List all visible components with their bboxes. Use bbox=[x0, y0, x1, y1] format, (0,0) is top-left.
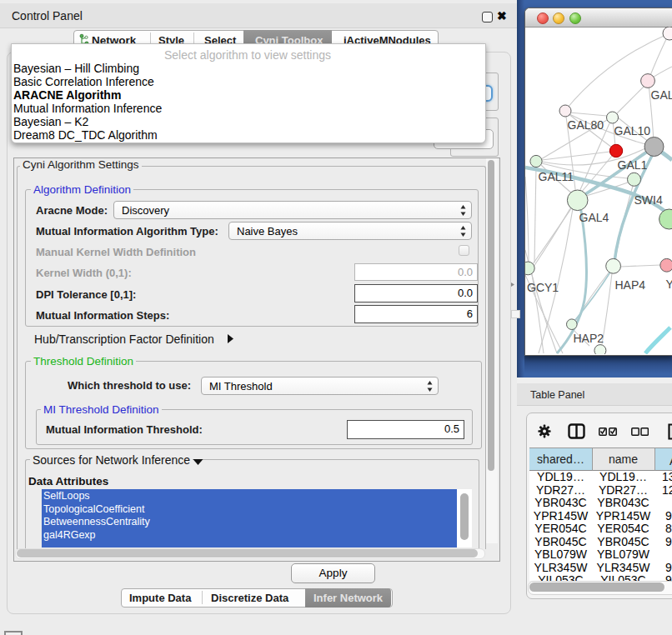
svg-text:GAL4: GAL4 bbox=[579, 211, 609, 224]
svg-text:HAP4: HAP4 bbox=[615, 278, 646, 292]
svg-text:SWI4: SWI4 bbox=[634, 193, 663, 207]
svg-text:HAP2: HAP2 bbox=[574, 332, 604, 345]
svg-text:GAL80: GAL80 bbox=[568, 118, 604, 132]
svg-text:GAL1: GAL1 bbox=[618, 158, 648, 172]
svg-text:GAL11: GAL11 bbox=[539, 170, 574, 183]
svg-text:GCY1: GCY1 bbox=[527, 281, 559, 294]
svg-text:GAL7: GAL7 bbox=[651, 88, 672, 102]
svg-text:Y: Y bbox=[666, 278, 672, 291]
svg-text:GAL10: GAL10 bbox=[614, 124, 651, 138]
